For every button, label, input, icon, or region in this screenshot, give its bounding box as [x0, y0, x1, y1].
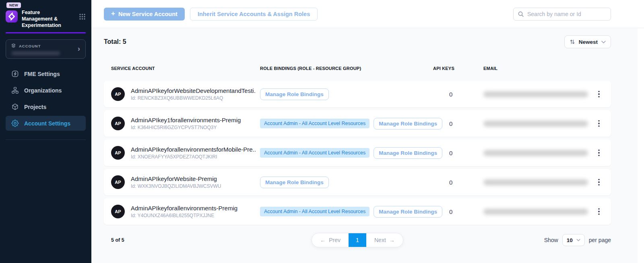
- sidebar-item-label: Account Settings: [24, 120, 70, 127]
- table-header: SERVICE ACCOUNT ROLE BINDINGS (ROLE - RE…: [104, 66, 611, 71]
- new-service-account-button[interactable]: + New Service Account: [104, 8, 185, 21]
- nav-divider: [6, 140, 86, 140]
- split-logo-icon: [6, 10, 18, 23]
- sidebar-item-label: Organizations: [24, 87, 62, 94]
- gear-icon: [11, 119, 19, 127]
- fme-icon: [11, 70, 19, 78]
- search-icon: [518, 11, 524, 17]
- chevron-right-icon: ›: [78, 44, 80, 53]
- avatar: AP: [111, 146, 125, 160]
- service-account-list: AP AdminAPIkeyforWebsiteDevelopmentandTe…: [104, 81, 611, 225]
- new-badge: NEW: [6, 2, 21, 8]
- page-number-button[interactable]: 1: [349, 233, 366, 247]
- sort-label: Newest: [579, 39, 598, 45]
- app-grid-icon[interactable]: [79, 13, 86, 22]
- row-menu-kebab-icon[interactable]: [593, 206, 605, 217]
- content: Total: 5 Newest SERVICE ACCOUNT: [91, 28, 644, 263]
- role-binding-chip: Account Admin - All Account Level Resour…: [260, 207, 369, 216]
- sidebar-item-account-settings[interactable]: Account Settings: [6, 116, 86, 131]
- email-redacted: [483, 209, 588, 215]
- api-keys-count: 0: [433, 120, 483, 127]
- next-page-button[interactable]: Next →: [366, 233, 403, 247]
- table-footer: 5 of 5 ← Prev 1 Next → Show 10: [104, 233, 611, 247]
- api-keys-count: 0: [433, 150, 483, 156]
- plus-icon: +: [111, 10, 115, 18]
- account-switcher[interactable]: ACCOUNT ›: [6, 39, 86, 59]
- sidebar-header: NEW Feature Management & Experime: [0, 0, 91, 33]
- service-account-id: Id: WXK3NVOJBQZILIDMAVBJWCSVWU: [131, 183, 221, 189]
- service-account-name: AdminAPIkeyforWebsiteDevelopmentandTesti…: [131, 87, 256, 94]
- service-account-name: AdminAPIkeyforallenvironmentsforMobile-P…: [131, 146, 256, 153]
- api-keys-count: 0: [433, 179, 483, 186]
- chevron-down-icon: [601, 41, 606, 43]
- table-row: AP AdminAPIkeyforWebsiteDevelopmentandTe…: [104, 81, 611, 107]
- pagination: ← Prev 1 Next →: [312, 233, 403, 247]
- sidebar-item-label: FME Settings: [24, 71, 60, 77]
- manage-role-bindings-button[interactable]: Manage Role Bindings: [374, 147, 442, 159]
- page: NEW Feature Management & Experime: [0, 0, 644, 263]
- chevron-down-icon: [576, 239, 580, 241]
- table-row: AP AdminAPIkey1forallenvironments-Premig…: [104, 110, 611, 137]
- page-size-dropdown[interactable]: 10: [562, 234, 585, 246]
- prev-page-button[interactable]: ← Prev: [312, 233, 349, 247]
- sidebar-item-projects[interactable]: Projects: [0, 99, 91, 115]
- manage-role-bindings-button[interactable]: Manage Role Bindings: [260, 177, 329, 188]
- row-menu-kebab-icon[interactable]: [593, 118, 605, 129]
- account-label: ACCOUNT: [19, 44, 41, 48]
- sort-icon: [570, 39, 575, 45]
- sidebar-item-organizations[interactable]: Organizations: [0, 82, 91, 99]
- page-size-control: Show 10 per page: [403, 234, 611, 246]
- table-row: AP AdminAPIkeyforallenvironments-Premig …: [104, 198, 611, 225]
- search-box: [513, 8, 611, 21]
- email-redacted: [483, 121, 588, 127]
- manage-role-bindings-button[interactable]: Manage Role Bindings: [374, 206, 442, 218]
- inherit-service-accounts-button[interactable]: Inherit Service Accounts & Assign Roles: [190, 8, 318, 21]
- layers-icon: [11, 43, 16, 49]
- service-account-name: AdminAPIkey1forallenvironments-Premig: [131, 117, 241, 123]
- email-redacted: [483, 179, 588, 185]
- main-area: + New Service Account Inherit Service Ac…: [91, 0, 644, 263]
- row-menu-kebab-icon[interactable]: [593, 147, 605, 158]
- brand-divider: [6, 32, 86, 33]
- api-keys-count: 0: [433, 208, 483, 215]
- sidebar-nav: FME Settings Organizations: [0, 66, 91, 140]
- avatar: AP: [111, 175, 125, 189]
- service-account-id: Id: K364HIC5RI6GZGYCPVST7NOQ3Y: [131, 125, 241, 130]
- avatar: AP: [111, 205, 125, 218]
- service-account-id: Id: RENCKBZ3XQ6UBBWWEDKD25L6AQ: [131, 95, 256, 101]
- avatar: AP: [111, 87, 125, 101]
- scrollbar-gutter: [638, 28, 644, 263]
- column-header-api-keys: API KEYS: [433, 66, 483, 71]
- column-header-email: EMAIL: [483, 66, 588, 71]
- row-menu-kebab-icon[interactable]: [593, 88, 605, 100]
- service-account-id: Id: Y4OUNXZ46A6IBL6255QTPXJJNE: [131, 213, 237, 218]
- column-header-service-account: SERVICE ACCOUNT: [111, 66, 260, 71]
- search-input[interactable]: [527, 11, 607, 17]
- email-redacted: [483, 150, 588, 156]
- column-header-role-bindings: ROLE BINDINGS (ROLE - RESOURCE GROUP): [260, 66, 433, 71]
- sidebar-item-fme-settings[interactable]: FME Settings: [0, 66, 91, 82]
- service-account-id: Id: XNOERAFYYA5XPDEZ7AOQTJKIRI: [131, 154, 256, 160]
- sidebar-item-label: Projects: [24, 104, 46, 110]
- email-redacted: [483, 91, 588, 97]
- row-menu-kebab-icon[interactable]: [593, 177, 605, 188]
- show-label: Show: [544, 237, 558, 243]
- role-binding-chip: Account Admin - All Account Level Resour…: [260, 148, 369, 158]
- list-toolbar: Total: 5 Newest: [104, 35, 611, 48]
- organizations-icon: [11, 86, 19, 94]
- role-binding-chip: Account Admin - All Account Level Resour…: [260, 119, 369, 128]
- service-account-name: AdminAPIkeyforallenvironments-Premig: [131, 205, 237, 212]
- arrow-right-icon: →: [389, 237, 395, 243]
- manage-role-bindings-button[interactable]: Manage Role Bindings: [374, 118, 442, 129]
- table-row: AP AdminAPIkeyforWebsite-Premig Id: WXK3…: [104, 169, 611, 195]
- sidebar: NEW Feature Management & Experime: [0, 0, 91, 263]
- total-count: Total: 5: [104, 38, 126, 45]
- per-page-label: per page: [589, 237, 611, 243]
- sort-dropdown[interactable]: Newest: [564, 35, 611, 48]
- table-row: AP AdminAPIkeyforallenvironmentsforMobil…: [104, 140, 611, 166]
- result-count: 5 of 5: [104, 237, 312, 243]
- service-account-name: AdminAPIkeyforWebsite-Premig: [131, 175, 221, 182]
- brand: Feature Management & Experimentation: [6, 9, 86, 29]
- manage-role-bindings-button[interactable]: Manage Role Bindings: [260, 88, 329, 100]
- product-title: Feature Management & Experimentation: [22, 9, 70, 29]
